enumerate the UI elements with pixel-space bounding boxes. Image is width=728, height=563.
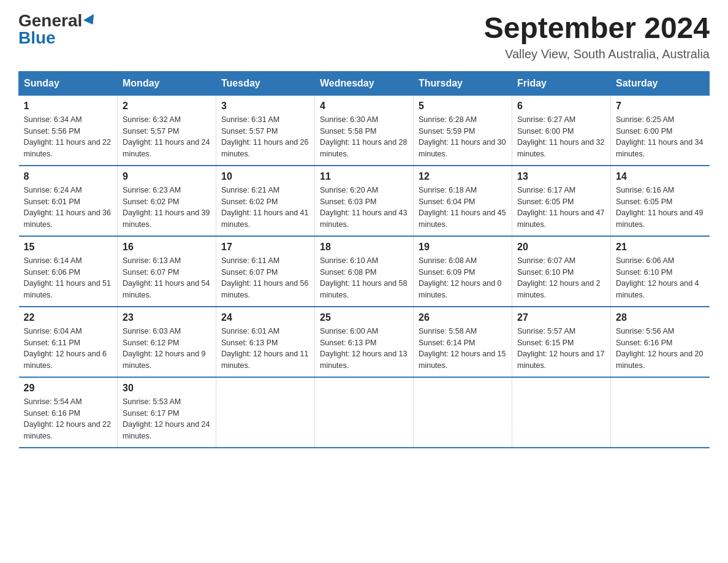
day-info: Sunrise: 6:17 AMSunset: 6:05 PMDaylight:… bbox=[517, 185, 605, 231]
day-number: 8 bbox=[24, 171, 113, 182]
calendar-table: SundayMondayTuesdayWednesdayThursdayFrid… bbox=[18, 71, 710, 448]
day-number: 5 bbox=[419, 101, 507, 112]
title-area: September 2024 Valley View, South Austra… bbox=[484, 12, 710, 61]
day-number: 6 bbox=[517, 101, 605, 112]
day-info: Sunrise: 5:58 AMSunset: 6:14 PMDaylight:… bbox=[419, 326, 507, 372]
day-info: Sunrise: 6:00 AMSunset: 6:13 PMDaylight:… bbox=[320, 326, 408, 372]
calendar-cell: 14 Sunrise: 6:16 AMSunset: 6:05 PMDaylig… bbox=[611, 166, 710, 236]
calendar-cell: 17 Sunrise: 6:11 AMSunset: 6:07 PMDaylig… bbox=[216, 236, 315, 307]
calendar-cell: 13 Sunrise: 6:17 AMSunset: 6:05 PMDaylig… bbox=[512, 166, 611, 236]
calendar-cell: 16 Sunrise: 6:13 AMSunset: 6:07 PMDaylig… bbox=[118, 236, 216, 307]
day-info: Sunrise: 6:28 AMSunset: 5:59 PMDaylight:… bbox=[419, 114, 507, 160]
day-info: Sunrise: 6:08 AMSunset: 6:09 PMDaylight:… bbox=[419, 255, 507, 301]
calendar-cell bbox=[414, 377, 512, 448]
day-number: 26 bbox=[419, 312, 507, 323]
day-number: 24 bbox=[221, 312, 309, 323]
day-info: Sunrise: 5:53 AMSunset: 6:17 PMDaylight:… bbox=[123, 396, 211, 442]
day-info: Sunrise: 5:57 AMSunset: 6:15 PMDaylight:… bbox=[517, 326, 605, 372]
day-number: 7 bbox=[616, 101, 705, 112]
calendar-cell: 30 Sunrise: 5:53 AMSunset: 6:17 PMDaylig… bbox=[118, 377, 216, 448]
calendar-week-row: 15 Sunrise: 6:14 AMSunset: 6:06 PMDaylig… bbox=[19, 236, 710, 307]
day-info: Sunrise: 6:30 AMSunset: 5:58 PMDaylight:… bbox=[320, 114, 408, 160]
day-info: Sunrise: 6:23 AMSunset: 6:02 PMDaylight:… bbox=[123, 185, 211, 231]
day-info: Sunrise: 6:16 AMSunset: 6:05 PMDaylight:… bbox=[616, 185, 705, 231]
calendar-header-friday: Friday bbox=[512, 71, 611, 95]
day-number: 10 bbox=[221, 171, 309, 182]
day-number: 25 bbox=[320, 312, 408, 323]
day-info: Sunrise: 6:13 AMSunset: 6:07 PMDaylight:… bbox=[123, 255, 211, 301]
calendar-cell: 21 Sunrise: 6:06 AMSunset: 6:10 PMDaylig… bbox=[611, 236, 710, 307]
logo-triangle-icon bbox=[83, 14, 98, 28]
calendar-cell: 28 Sunrise: 5:56 AMSunset: 6:16 PMDaylig… bbox=[611, 307, 710, 377]
calendar-cell: 4 Sunrise: 6:30 AMSunset: 5:58 PMDayligh… bbox=[315, 95, 414, 166]
calendar-cell: 20 Sunrise: 6:07 AMSunset: 6:10 PMDaylig… bbox=[512, 236, 611, 307]
day-number: 11 bbox=[320, 171, 408, 182]
calendar-cell: 26 Sunrise: 5:58 AMSunset: 6:14 PMDaylig… bbox=[414, 307, 512, 377]
calendar-cell: 24 Sunrise: 6:01 AMSunset: 6:13 PMDaylig… bbox=[216, 307, 315, 377]
day-number: 12 bbox=[419, 171, 507, 182]
calendar-header-monday: Monday bbox=[118, 71, 216, 95]
day-number: 9 bbox=[123, 171, 211, 182]
page-header: General Blue September 2024 Valley View,… bbox=[18, 12, 710, 61]
day-info: Sunrise: 6:20 AMSunset: 6:03 PMDaylight:… bbox=[320, 185, 408, 231]
calendar-header-sunday: Sunday bbox=[19, 71, 118, 95]
day-number: 17 bbox=[221, 242, 309, 253]
day-info: Sunrise: 6:04 AMSunset: 6:11 PMDaylight:… bbox=[24, 326, 113, 372]
calendar-cell: 22 Sunrise: 6:04 AMSunset: 6:11 PMDaylig… bbox=[19, 307, 118, 377]
day-number: 21 bbox=[616, 242, 705, 253]
day-info: Sunrise: 6:21 AMSunset: 6:02 PMDaylight:… bbox=[221, 185, 309, 231]
calendar-cell: 5 Sunrise: 6:28 AMSunset: 5:59 PMDayligh… bbox=[414, 95, 512, 166]
logo-general-text: General bbox=[18, 12, 82, 29]
day-number: 3 bbox=[221, 101, 309, 112]
day-info: Sunrise: 6:27 AMSunset: 6:00 PMDaylight:… bbox=[517, 114, 605, 160]
calendar-cell: 23 Sunrise: 6:03 AMSunset: 6:12 PMDaylig… bbox=[118, 307, 216, 377]
day-number: 20 bbox=[517, 242, 605, 253]
calendar-cell: 8 Sunrise: 6:24 AMSunset: 6:01 PMDayligh… bbox=[19, 166, 118, 236]
calendar-cell: 9 Sunrise: 6:23 AMSunset: 6:02 PMDayligh… bbox=[118, 166, 216, 236]
calendar-cell: 3 Sunrise: 6:31 AMSunset: 5:57 PMDayligh… bbox=[216, 95, 315, 166]
calendar-header-tuesday: Tuesday bbox=[216, 71, 315, 95]
day-number: 18 bbox=[320, 242, 408, 253]
day-number: 13 bbox=[517, 171, 605, 182]
day-number: 14 bbox=[616, 171, 705, 182]
calendar-cell bbox=[611, 377, 710, 448]
calendar-cell bbox=[315, 377, 414, 448]
day-info: Sunrise: 6:06 AMSunset: 6:10 PMDaylight:… bbox=[616, 255, 705, 301]
day-number: 1 bbox=[24, 101, 113, 112]
logo-blue-text: Blue bbox=[18, 29, 56, 47]
day-number: 23 bbox=[123, 312, 211, 323]
calendar-week-row: 22 Sunrise: 6:04 AMSunset: 6:11 PMDaylig… bbox=[19, 307, 710, 377]
logo: General Blue bbox=[18, 12, 97, 47]
calendar-cell bbox=[512, 377, 611, 448]
day-info: Sunrise: 6:01 AMSunset: 6:13 PMDaylight:… bbox=[221, 326, 309, 372]
calendar-week-row: 29 Sunrise: 5:54 AMSunset: 6:16 PMDaylig… bbox=[19, 377, 710, 448]
calendar-cell: 1 Sunrise: 6:34 AMSunset: 5:56 PMDayligh… bbox=[19, 95, 118, 166]
day-number: 2 bbox=[123, 101, 211, 112]
day-number: 29 bbox=[24, 383, 113, 394]
calendar-cell: 18 Sunrise: 6:10 AMSunset: 6:08 PMDaylig… bbox=[315, 236, 414, 307]
calendar-cell: 10 Sunrise: 6:21 AMSunset: 6:02 PMDaylig… bbox=[216, 166, 315, 236]
location-title: Valley View, South Australia, Australia bbox=[484, 47, 710, 61]
day-info: Sunrise: 6:32 AMSunset: 5:57 PMDaylight:… bbox=[123, 114, 211, 160]
day-info: Sunrise: 6:11 AMSunset: 6:07 PMDaylight:… bbox=[221, 255, 309, 301]
day-info: Sunrise: 6:31 AMSunset: 5:57 PMDaylight:… bbox=[221, 114, 309, 160]
calendar-cell: 29 Sunrise: 5:54 AMSunset: 6:16 PMDaylig… bbox=[19, 377, 118, 448]
calendar-cell: 6 Sunrise: 6:27 AMSunset: 6:00 PMDayligh… bbox=[512, 95, 611, 166]
day-number: 28 bbox=[616, 312, 705, 323]
day-number: 22 bbox=[24, 312, 113, 323]
day-number: 15 bbox=[24, 242, 113, 253]
calendar-cell: 15 Sunrise: 6:14 AMSunset: 6:06 PMDaylig… bbox=[19, 236, 118, 307]
calendar-cell: 27 Sunrise: 5:57 AMSunset: 6:15 PMDaylig… bbox=[512, 307, 611, 377]
calendar-header-row: SundayMondayTuesdayWednesdayThursdayFrid… bbox=[19, 71, 710, 95]
day-info: Sunrise: 5:54 AMSunset: 6:16 PMDaylight:… bbox=[24, 396, 113, 442]
day-info: Sunrise: 6:10 AMSunset: 6:08 PMDaylight:… bbox=[320, 255, 408, 301]
month-title: September 2024 bbox=[484, 12, 710, 45]
day-info: Sunrise: 5:56 AMSunset: 6:16 PMDaylight:… bbox=[616, 326, 705, 372]
day-info: Sunrise: 6:07 AMSunset: 6:10 PMDaylight:… bbox=[517, 255, 605, 301]
day-info: Sunrise: 6:03 AMSunset: 6:12 PMDaylight:… bbox=[123, 326, 211, 372]
day-number: 27 bbox=[517, 312, 605, 323]
calendar-header-thursday: Thursday bbox=[414, 71, 512, 95]
calendar-header-wednesday: Wednesday bbox=[315, 71, 414, 95]
day-info: Sunrise: 6:34 AMSunset: 5:56 PMDaylight:… bbox=[24, 114, 113, 160]
calendar-header-saturday: Saturday bbox=[611, 71, 710, 95]
